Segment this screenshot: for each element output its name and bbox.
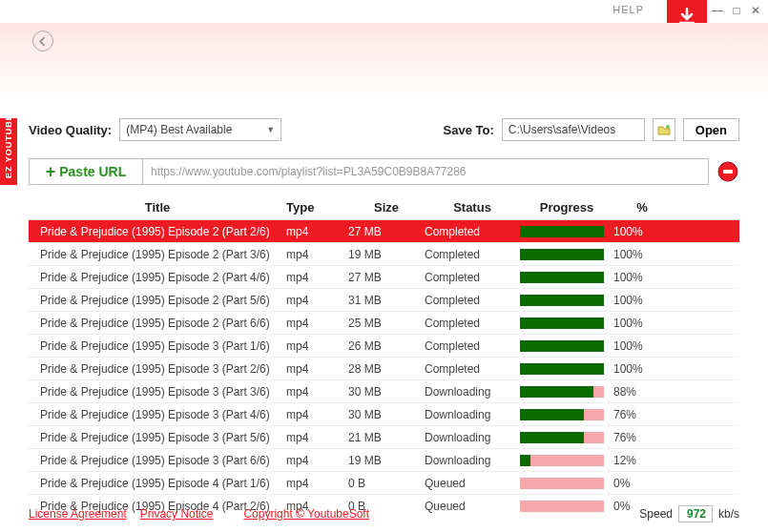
- stop-button[interactable]: [716, 160, 739, 183]
- maximize-button[interactable]: □: [730, 4, 743, 17]
- cell-title: Pride & Prejudice (1995) Episode 3 (Part…: [29, 431, 286, 444]
- table-row[interactable]: Pride & Prejudice (1995) Episode 2 (Part…: [29, 266, 739, 289]
- table-row[interactable]: Pride & Prejudice (1995) Episode 3 (Part…: [29, 358, 739, 380]
- cell-title: Pride & Prejudice (1995) Episode 2 (Part…: [29, 225, 286, 238]
- cell-pct: 100%: [613, 294, 671, 307]
- cell-status: Downloading: [425, 431, 520, 444]
- cell-status: Completed: [425, 248, 520, 261]
- cell-size: 19 MB: [348, 248, 425, 261]
- cell-progress: [520, 226, 613, 237]
- close-button[interactable]: ✕: [749, 4, 762, 17]
- cell-type: mp4: [286, 454, 348, 467]
- help-link[interactable]: HELP: [612, 4, 644, 15]
- cell-type: mp4: [286, 317, 348, 330]
- cell-pct: 0%: [613, 477, 671, 490]
- cell-progress: [520, 317, 613, 329]
- cell-type: mp4: [286, 225, 348, 238]
- cell-pct: 76%: [613, 408, 671, 421]
- cell-title: Pride & Prejudice (1995) Episode 3 (Part…: [29, 408, 286, 421]
- cell-progress: [520, 455, 613, 466]
- cell-status: Downloading: [425, 408, 520, 421]
- cell-title: Pride & Prejudice (1995) Episode 2 (Part…: [29, 317, 286, 330]
- table-row[interactable]: Pride & Prejudice (1995) Episode 4 (Part…: [29, 472, 739, 495]
- table-row[interactable]: Pride & Prejudice (1995) Episode 3 (Part…: [29, 449, 739, 472]
- cell-type: mp4: [286, 408, 348, 421]
- cell-type: mp4: [286, 248, 348, 261]
- license-link[interactable]: License Agreement: [29, 507, 127, 521]
- cell-pct: 76%: [613, 431, 671, 444]
- cell-size: 25 MB: [348, 317, 425, 330]
- table-row[interactable]: Pride & Prejudice (1995) Episode 2 (Part…: [29, 289, 739, 312]
- browse-folder-button[interactable]: [653, 118, 675, 141]
- video-quality-value: (MP4) Best Available: [126, 123, 232, 136]
- plus-icon: +: [46, 162, 56, 182]
- table-row[interactable]: Pride & Prejudice (1995) Episode 3 (Part…: [29, 403, 739, 426]
- cell-status: Queued: [425, 477, 520, 490]
- table-body: Pride & Prejudice (1995) Episode 2 (Part…: [29, 219, 739, 515]
- cell-title: Pride & Prejudice (1995) Episode 3 (Part…: [29, 339, 286, 353]
- cell-size: 19 MB: [348, 454, 425, 467]
- options-row: Video Quality: (MP4) Best Available ▼ Sa…: [0, 118, 768, 141]
- cell-type: mp4: [286, 477, 348, 490]
- col-type: Type: [286, 200, 348, 215]
- cell-pct: 100%: [613, 339, 671, 353]
- cell-progress: [520, 386, 613, 398]
- cell-pct: 88%: [613, 385, 671, 399]
- col-progress: Progress: [520, 200, 613, 215]
- speed-readout: Speed 972 kb/s: [639, 505, 739, 522]
- table-header: Title Type Size Status Progress %: [29, 194, 739, 219]
- cell-status: Completed: [425, 362, 520, 376]
- cell-status: Completed: [425, 225, 520, 238]
- cell-pct: 100%: [613, 317, 671, 330]
- cell-pct: 100%: [613, 271, 671, 284]
- header-band: [0, 23, 768, 118]
- cell-status: Downloading: [425, 454, 520, 467]
- cell-type: mp4: [286, 339, 348, 353]
- paste-url-button[interactable]: + Paste URL: [29, 158, 143, 185]
- table-row[interactable]: Pride & Prejudice (1995) Episode 2 (Part…: [29, 312, 739, 335]
- col-size: Size: [348, 200, 425, 215]
- privacy-link[interactable]: Privacy Notice: [140, 507, 214, 521]
- cell-size: 27 MB: [348, 225, 425, 238]
- cell-status: Completed: [425, 339, 520, 353]
- cell-pct: 100%: [613, 362, 671, 376]
- cell-type: mp4: [286, 294, 348, 307]
- cell-status: Completed: [425, 271, 520, 284]
- cell-title: Pride & Prejudice (1995) Episode 3 (Part…: [29, 454, 286, 467]
- cell-progress: [520, 340, 613, 352]
- cell-size: 30 MB: [348, 408, 425, 421]
- title-bar: HELP — □ ✕: [0, 0, 768, 23]
- table-row[interactable]: Pride & Prejudice (1995) Episode 2 (Part…: [29, 220, 739, 243]
- cell-type: mp4: [286, 431, 348, 444]
- cell-size: 31 MB: [348, 294, 425, 307]
- cell-type: mp4: [286, 385, 348, 399]
- back-button[interactable]: [32, 31, 53, 51]
- cell-progress: [520, 249, 613, 260]
- speed-label: Speed: [639, 507, 673, 521]
- col-status: Status: [425, 200, 520, 215]
- copyright-link[interactable]: Copyright © YoutubeSoft: [243, 507, 369, 521]
- video-quality-select[interactable]: (MP4) Best Available ▼: [119, 118, 281, 141]
- save-to-label: Save To:: [444, 123, 494, 137]
- table-row[interactable]: Pride & Prejudice (1995) Episode 3 (Part…: [29, 426, 739, 449]
- cell-status: Completed: [425, 294, 520, 307]
- minimize-button[interactable]: —: [711, 4, 724, 17]
- table-row[interactable]: Pride & Prejudice (1995) Episode 3 (Part…: [29, 380, 739, 403]
- cell-title: Pride & Prejudice (1995) Episode 3 (Part…: [29, 385, 286, 399]
- cell-title: Pride & Prejudice (1995) Episode 2 (Part…: [29, 271, 286, 284]
- url-input[interactable]: https://www.youtube.com/playlist?list=PL…: [143, 158, 709, 185]
- svg-rect-2: [723, 170, 733, 174]
- col-pct: %: [613, 200, 671, 215]
- save-to-path[interactable]: C:\Users\safe\Videos: [502, 118, 645, 141]
- cell-title: Pride & Prejudice (1995) Episode 3 (Part…: [29, 362, 286, 376]
- cell-size: 27 MB: [348, 271, 425, 284]
- chevron-down-icon: ▼: [266, 125, 275, 134]
- table-row[interactable]: Pride & Prejudice (1995) Episode 3 (Part…: [29, 335, 739, 358]
- table-row[interactable]: Pride & Prejudice (1995) Episode 2 (Part…: [29, 243, 739, 266]
- cell-pct: 100%: [613, 248, 671, 261]
- open-folder-button[interactable]: Open: [683, 118, 739, 141]
- cell-progress: [520, 478, 613, 489]
- cell-pct: 12%: [613, 454, 671, 467]
- cell-size: 30 MB: [348, 385, 425, 399]
- svg-point-0: [666, 125, 670, 129]
